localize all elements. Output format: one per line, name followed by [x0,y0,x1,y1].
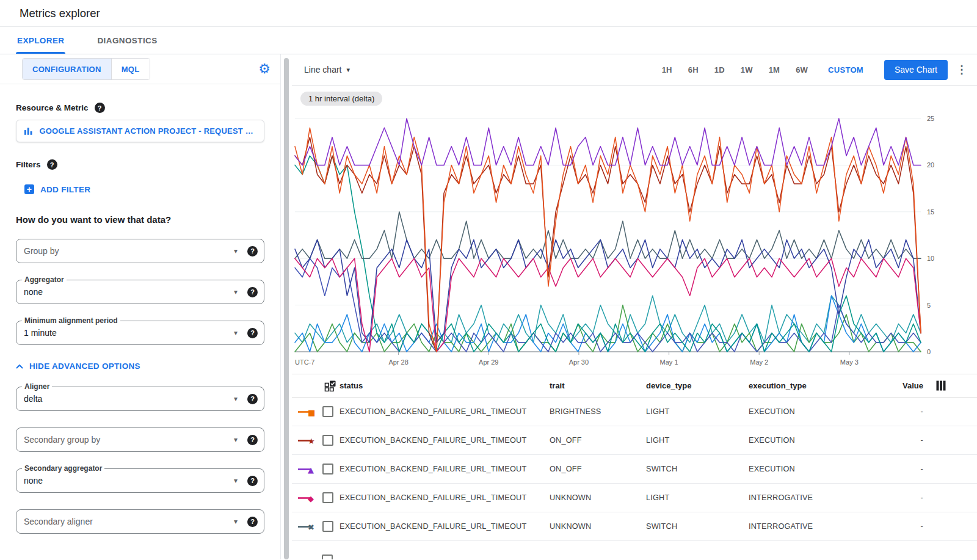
add-filter-button[interactable]: + ADD FILTER [24,184,90,194]
time-range-1w[interactable]: 1W [741,65,753,75]
chevron-down-icon: ▾ [346,66,350,74]
chevron-down-icon: ▾ [234,517,238,526]
save-chart-button[interactable]: Save Chart [884,60,948,80]
chart-type-label: Line chart [304,65,341,75]
table-row[interactable]: ▲EXECUTION_BACKEND_FAILURE_URL_TIMEOUTON… [292,455,977,484]
legend-table-header: status trait device_type execution_type … [292,374,977,398]
column-header-status[interactable]: status [340,381,550,390]
add-filter-label: ADD FILTER [40,185,90,194]
svg-text:UTC-7: UTC-7 [295,358,314,366]
aligner-field[interactable]: Alignerdelta▾? [16,387,264,411]
field-value: delta [24,394,234,404]
bar-chart-icon [24,126,33,136]
resource-metric-section: Resource & Metric ? [16,103,264,113]
secondary-aggregator-field[interactable]: Secondary aggregatornone▾? [16,468,264,493]
help-icon[interactable]: ? [247,246,258,256]
chevron-up-icon [16,364,23,369]
column-settings-icon[interactable] [936,380,946,391]
row-checkbox[interactable] [322,435,333,446]
time-range-6w[interactable]: 6W [796,65,808,75]
column-header-device-type[interactable]: device_type [646,381,749,390]
svg-text:✖: ✖ [308,522,314,531]
secondary-aligner-field[interactable]: Secondary aligner▾? [16,509,264,534]
secondary-group-by-field[interactable]: Secondary group by▾? [16,427,264,452]
column-header-execution-type[interactable]: execution_type [749,381,889,390]
cell-value: - [889,436,923,445]
help-icon[interactable]: ? [95,103,105,113]
time-range-1m[interactable]: 1M [769,65,780,75]
help-icon[interactable]: ? [247,287,258,297]
more-options-kebab-icon[interactable]: ⋮ [956,63,967,76]
row-checkbox[interactable] [322,555,333,559]
resource-metric-chip[interactable]: GOOGLE ASSISTANT ACTION PROJECT - REQUES… [16,120,264,142]
help-icon[interactable]: ? [247,435,258,445]
view-data-question: How do you want to view that data? [16,214,264,225]
cell-status: EXECUTION_BACKEND_FAILURE_URL_TIMEOUT [340,493,550,502]
cell-trait: ON_OFF [550,465,646,473]
table-row[interactable]: ■EXECUTION_BACKEND_FAILURE_URL_TIMEOUTBR… [292,398,977,426]
plus-icon: + [24,184,34,194]
help-icon[interactable]: ? [247,394,258,404]
svg-text:15: 15 [927,208,934,216]
cell-trait: UNKNOWN [550,522,646,531]
table-row[interactable]: ✖EXECUTION_BACKEND_FAILURE_URL_TIMEOUTUN… [292,512,977,541]
cell-execution-type: EXECUTION [749,436,889,445]
cell-trait: BRIGHTNESS [550,407,646,416]
scrollbar-thumb[interactable] [284,58,289,559]
svg-text:★: ★ [308,436,315,445]
cell-execution-type: EXECUTION [749,407,889,416]
svg-text:■: ■ [308,407,315,416]
table-row[interactable]: ★EXECUTION_BACKEND_FAILURE_URL_TIMEOUTON… [292,426,977,455]
help-icon[interactable]: ? [247,476,258,486]
chart-type-dropdown[interactable]: Line chart ▾ [304,65,350,75]
svg-text:May 3: May 3 [840,358,859,366]
tab-bar: EXPLORER DIAGNOSTICS [0,27,977,54]
line-chart: 1 hr interval (delta) 0510152025UTC-7Apr… [292,85,977,374]
title-bar: Metrics explorer [0,0,977,27]
svg-text:Apr 29: Apr 29 [479,358,498,366]
cell-device-type: LIGHT [646,436,749,445]
custom-time-range-button[interactable]: CUSTOM [828,65,863,75]
marker-cell: ◆ [292,492,340,503]
configuration-toggle[interactable]: CONFIGURATION [23,59,111,79]
aggregator-field[interactable]: Aggregatornone▾? [16,280,264,304]
tab-explorer[interactable]: EXPLORER [16,27,65,54]
content: CONFIGURATION MQL ⚙ Resource & Metric ? … [0,54,977,559]
cell-value: - [889,465,923,473]
vertical-scrollbar[interactable] [281,54,292,559]
cell-value: - [889,493,923,502]
chart-canvas[interactable]: 0510152025UTC-7Apr 28Apr 29Apr 30May 1Ma… [292,85,977,374]
row-checkbox[interactable] [322,492,333,503]
column-header-value[interactable]: Value [889,381,923,390]
legend-table-partial-row [292,541,977,559]
row-checkbox[interactable] [322,521,333,532]
field-label: Minimum alignment period [22,317,120,325]
chevron-down-icon: ▾ [234,247,238,255]
cell-device-type: LIGHT [646,493,749,502]
select-series-icon[interactable] [324,380,336,391]
table-row[interactable]: ◆EXECUTION_BACKEND_FAILURE_URL_TIMEOUTUN… [292,484,977,512]
help-icon[interactable]: ? [247,328,258,338]
column-header-trait[interactable]: trait [550,381,646,390]
chevron-down-icon: ▾ [234,435,238,444]
time-range-1h[interactable]: 1H [662,65,672,75]
mql-toggle[interactable]: MQL [111,59,150,79]
group-by-field[interactable]: Group by▾? [16,239,264,263]
tab-diagnostics[interactable]: DIAGNOSTICS [96,27,158,54]
settings-gear-icon[interactable]: ⚙ [258,62,271,76]
row-checkbox[interactable] [322,464,333,475]
help-icon[interactable]: ? [247,517,258,527]
chart-toolbar: Line chart ▾ 1H6H1D1W1M6W CUSTOM Save Ch… [292,54,977,85]
hide-advanced-options-label: HIDE ADVANCED OPTIONS [29,362,140,371]
legend-table: status trait device_type execution_type … [292,374,977,559]
svg-text:May 1: May 1 [660,358,678,366]
field-value: none [24,287,234,297]
hide-advanced-options-toggle[interactable]: HIDE ADVANCED OPTIONS [16,362,140,371]
minimum-alignment-period-field[interactable]: Minimum alignment period1 minute▾? [16,321,264,345]
cell-execution-type: INTERROGATIVE [749,522,889,531]
row-checkbox[interactable] [322,406,333,417]
help-icon[interactable]: ? [47,159,57,170]
time-range-1d[interactable]: 1D [714,65,725,75]
time-range-6h[interactable]: 6H [688,65,699,75]
svg-text:Apr 28: Apr 28 [388,358,408,366]
